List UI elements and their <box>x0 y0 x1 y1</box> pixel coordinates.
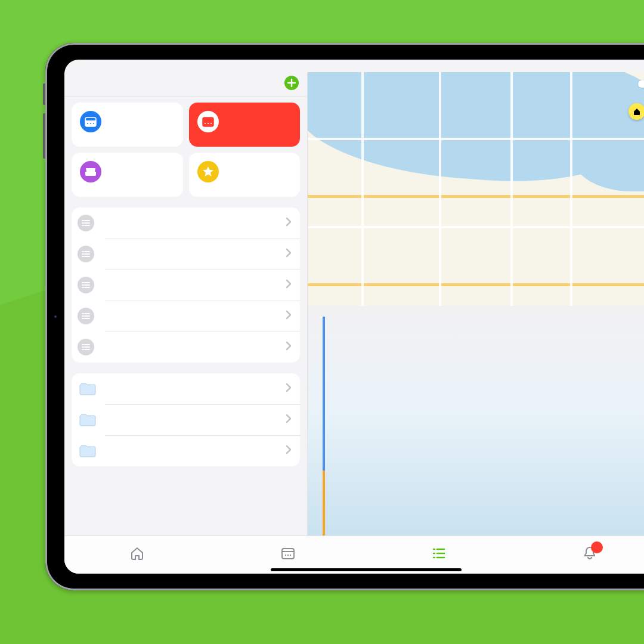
svg-point-8 <box>205 123 206 124</box>
view-segmented <box>595 80 644 88</box>
home-icon <box>633 107 641 116</box>
chevron-right-icon <box>286 445 292 457</box>
queues-list <box>72 373 300 466</box>
folder-icon <box>78 442 98 459</box>
list-item[interactable] <box>72 239 300 270</box>
map-roads <box>308 72 644 306</box>
tab-notifications[interactable] <box>583 546 603 561</box>
home-indicator <box>271 568 462 571</box>
cards-grid <box>72 103 300 197</box>
sidebar <box>64 72 308 535</box>
svg-rect-6 <box>203 117 213 126</box>
svg-point-4 <box>90 123 91 124</box>
svg-rect-11 <box>282 549 294 559</box>
calendar-icon <box>80 111 101 132</box>
chevron-right-icon <box>286 248 292 260</box>
list-icon <box>78 277 94 293</box>
home-pin[interactable] <box>628 103 644 120</box>
folder-icon <box>78 411 98 428</box>
tab-bar <box>64 535 644 574</box>
add-button[interactable] <box>284 76 299 90</box>
tab-schedule[interactable] <box>281 546 301 561</box>
map-view[interactable] <box>308 72 644 306</box>
chevron-right-icon <box>286 341 292 353</box>
chevron-right-icon <box>286 279 292 291</box>
calendar-icon <box>197 111 219 132</box>
card-action-required[interactable] <box>72 153 183 197</box>
sidebar-header <box>64 72 307 97</box>
calendar-icon <box>281 546 295 561</box>
screen <box>64 60 644 574</box>
list-item[interactable] <box>72 301 300 332</box>
seg-calendar[interactable] <box>617 80 638 88</box>
chevron-right-icon <box>286 414 292 426</box>
notification-badge <box>591 541 603 553</box>
list-icon <box>78 339 94 355</box>
svg-point-9 <box>208 123 209 124</box>
jobs-list <box>72 208 300 363</box>
svg-point-3 <box>87 123 88 124</box>
agenda[interactable] <box>308 306 644 535</box>
sidebar-scroll[interactable] <box>64 97 307 535</box>
svg-point-10 <box>210 123 212 124</box>
chevron-right-icon <box>286 383 292 395</box>
list-item[interactable] <box>72 404 300 435</box>
tray-icon <box>80 161 101 182</box>
card-today[interactable] <box>72 103 183 147</box>
main-pane <box>308 72 644 535</box>
list-icon <box>78 308 94 324</box>
tablet-frame <box>45 43 644 590</box>
star-icon <box>197 161 219 182</box>
card-for-my-review[interactable] <box>189 153 301 197</box>
card-my-schedule[interactable] <box>189 103 301 147</box>
timeline-segment <box>323 470 325 535</box>
statusbar <box>64 60 644 72</box>
list-item[interactable] <box>72 332 300 363</box>
svg-point-13 <box>287 554 288 555</box>
list-item[interactable] <box>72 208 300 239</box>
timeline <box>323 317 325 535</box>
tab-jobs[interactable] <box>432 546 452 561</box>
seg-list[interactable] <box>595 80 617 88</box>
list-item[interactable] <box>72 373 300 404</box>
list-item[interactable] <box>72 270 300 301</box>
svg-point-12 <box>284 554 286 555</box>
home-icon <box>130 546 144 561</box>
list-icon <box>432 546 446 561</box>
seg-map[interactable] <box>638 80 644 88</box>
folder-icon <box>78 380 98 397</box>
plus-icon <box>287 79 296 87</box>
list-item[interactable] <box>72 435 300 466</box>
list-icon <box>78 246 94 262</box>
camera-dot <box>54 315 57 318</box>
tab-activity[interactable] <box>130 546 150 561</box>
workspace <box>64 72 644 535</box>
bell-icon <box>583 546 597 561</box>
chevron-right-icon <box>286 310 292 322</box>
svg-point-5 <box>93 123 94 124</box>
svg-point-14 <box>289 554 290 555</box>
chevron-right-icon <box>286 217 292 229</box>
list-icon <box>78 215 94 231</box>
